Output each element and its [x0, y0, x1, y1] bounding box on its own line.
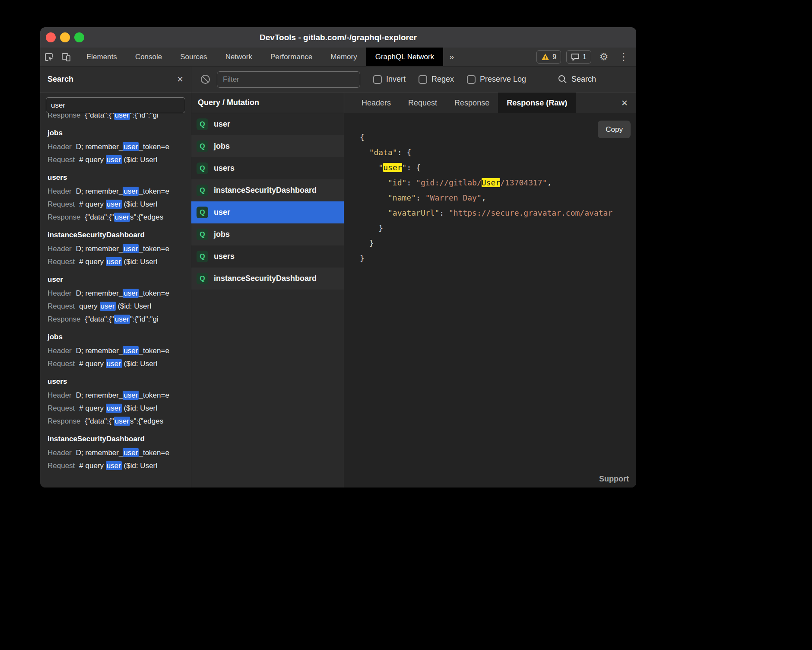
filter-input[interactable]: [217, 71, 360, 88]
search-result-line[interactable]: HeaderD; remember_user_token=e: [48, 287, 184, 300]
query-list-item[interactable]: Quser: [191, 201, 344, 223]
search-match-highlight: user: [106, 257, 122, 266]
gear-icon: ⚙: [599, 51, 609, 63]
settings-button[interactable]: ⚙: [596, 50, 611, 64]
search-highlight: User: [482, 178, 500, 187]
toolbar-search-toggle[interactable]: Search: [558, 75, 596, 84]
toolbar-search-label: Search: [571, 75, 596, 84]
query-name: user: [214, 208, 230, 217]
search-result-line[interactable]: HeaderD; remember_user_token=e: [48, 446, 184, 459]
result-line-kind: Response: [48, 315, 81, 323]
search-result-line[interactable]: Response{"data":{"user":{"id":"gi: [48, 313, 184, 326]
search-result-line[interactable]: Request# query user ($id: UserI: [48, 198, 184, 211]
more-tabs-button[interactable]: »: [443, 48, 460, 66]
clear-requests-button[interactable]: [200, 74, 210, 84]
inspect-element-button[interactable]: [40, 48, 57, 66]
search-result-line[interactable]: Response{"data":{"users":{"edges: [48, 211, 184, 224]
invert-checkbox[interactable]: Invert: [373, 75, 406, 84]
search-input-wrap: [40, 92, 191, 113]
devtools-tab-elements[interactable]: Elements: [77, 48, 126, 66]
minimize-window-button[interactable]: [60, 32, 70, 42]
query-list-item[interactable]: Qusers: [191, 157, 344, 179]
regex-checkbox[interactable]: Regex: [419, 75, 454, 84]
json-line: "id": "gid://gitlab/User/13704317",: [360, 175, 636, 190]
preserve-log-label: Preserve Log: [480, 75, 526, 84]
query-list-item[interactable]: Qjobs: [191, 135, 344, 157]
search-result-line[interactable]: Response{"data":{"users":{"edges: [48, 415, 184, 428]
json-token: [360, 208, 388, 217]
search-result-group-title: instanceSecurityDashboard: [48, 432, 184, 446]
devtools-tab-console[interactable]: Console: [126, 48, 171, 66]
search-result-line[interactable]: Response{"data":{"user":{"id":"gi: [48, 113, 184, 122]
search-result-line[interactable]: Request# query user ($id: UserI: [48, 153, 184, 166]
messages-button[interactable]: 1: [566, 50, 591, 64]
regex-label: Regex: [431, 75, 454, 84]
response-tab-headers[interactable]: Headers: [353, 92, 400, 113]
search-result-line[interactable]: HeaderD; remember_user_token=e: [48, 344, 184, 357]
json-token: :: [439, 208, 449, 217]
search-result-line[interactable]: Request# query user ($id: UserI: [48, 402, 184, 415]
inspect-icon: [44, 52, 54, 62]
devtools-tab-graphql-network[interactable]: GraphQL Network: [366, 48, 443, 66]
search-match-highlight: user: [106, 359, 122, 368]
query-name: instanceSecurityDashboard: [214, 274, 317, 283]
search-match-highlight: user: [123, 142, 139, 151]
search-result-section: usersHeaderD; remember_user_token=eReque…: [48, 374, 184, 428]
preserve-log-checkbox[interactable]: Preserve Log: [467, 75, 526, 84]
query-list-item[interactable]: Qjobs: [191, 223, 344, 245]
zoom-window-button[interactable]: [74, 32, 84, 42]
search-result-section: jobsHeaderD; remember_user_token=eReques…: [48, 330, 184, 370]
close-window-button[interactable]: [46, 32, 56, 42]
result-text: ($id: UserI: [122, 360, 158, 368]
response-tab-response[interactable]: Response: [446, 92, 498, 113]
search-result-line[interactable]: Request# query user ($id: UserI: [48, 255, 184, 268]
json-token: "name": [388, 193, 416, 202]
search-result-line[interactable]: HeaderD; remember_user_token=e: [48, 242, 184, 255]
search-input[interactable]: [46, 97, 185, 113]
issues-button[interactable]: 9: [536, 50, 561, 64]
devtools-tab-network[interactable]: Network: [216, 48, 261, 66]
search-match-highlight: user: [106, 404, 122, 413]
json-line: "data": {: [360, 145, 636, 160]
response-tab-request[interactable]: Request: [400, 92, 446, 113]
json-view: { "data": { "user": { "id": "gid://gitla…: [344, 113, 636, 266]
devtools-tab-memory[interactable]: Memory: [321, 48, 366, 66]
query-list-item[interactable]: Qusers: [191, 245, 344, 268]
devtools-tab-performance[interactable]: Performance: [261, 48, 321, 66]
result-text: _token=e: [139, 347, 169, 355]
query-name: user: [214, 120, 230, 129]
search-result-group-title: jobs: [48, 126, 184, 140]
query-list-item[interactable]: QinstanceSecurityDashboard: [191, 268, 344, 290]
json-token: ": [378, 163, 383, 172]
warning-icon: [541, 53, 549, 61]
devtools-tab-sources[interactable]: Sources: [171, 48, 216, 66]
search-result-group-title: jobs: [48, 330, 184, 344]
response-tab-response-raw[interactable]: Response (Raw): [498, 92, 576, 113]
query-name: users: [214, 164, 235, 173]
search-result-line[interactable]: Request# query user ($id: UserI: [48, 459, 184, 472]
response-close-button[interactable]: ✕: [621, 92, 636, 113]
json-line: }: [360, 220, 636, 236]
content-row: Query / Mutation QuserQjobsQusersQinstan…: [191, 92, 636, 488]
invert-label: Invert: [386, 75, 406, 84]
support-link[interactable]: Support: [599, 475, 629, 484]
response-tabs: HeadersRequestResponseResponse (Raw): [353, 92, 576, 113]
json-token: "avatarUrl": [388, 208, 439, 217]
search-result-line[interactable]: HeaderD; remember_user_token=e: [48, 389, 184, 402]
result-line-kind: Header: [48, 143, 72, 151]
query-list-item[interactable]: QinstanceSecurityDashboard: [191, 179, 344, 201]
issues-count: 9: [552, 53, 556, 61]
search-result-line[interactable]: HeaderD; remember_user_token=e: [48, 140, 184, 153]
search-result-line[interactable]: HeaderD; remember_user_token=e: [48, 185, 184, 198]
search-result-line[interactable]: Request# query user ($id: UserI: [48, 357, 184, 370]
menu-button[interactable]: ⋮: [616, 50, 631, 64]
json-token: }: [360, 254, 365, 263]
device-toolbar-button[interactable]: [57, 48, 75, 66]
search-match-highlight: user: [106, 461, 122, 470]
search-result-line[interactable]: Requestquery user ($id: UserI: [48, 300, 184, 313]
result-line-kind: Header: [48, 289, 72, 297]
copy-button[interactable]: Copy: [598, 121, 631, 138]
query-list-item[interactable]: Quser: [191, 113, 344, 135]
search-close-button[interactable]: ✕: [177, 74, 184, 84]
search-match-highlight: user: [106, 155, 122, 164]
